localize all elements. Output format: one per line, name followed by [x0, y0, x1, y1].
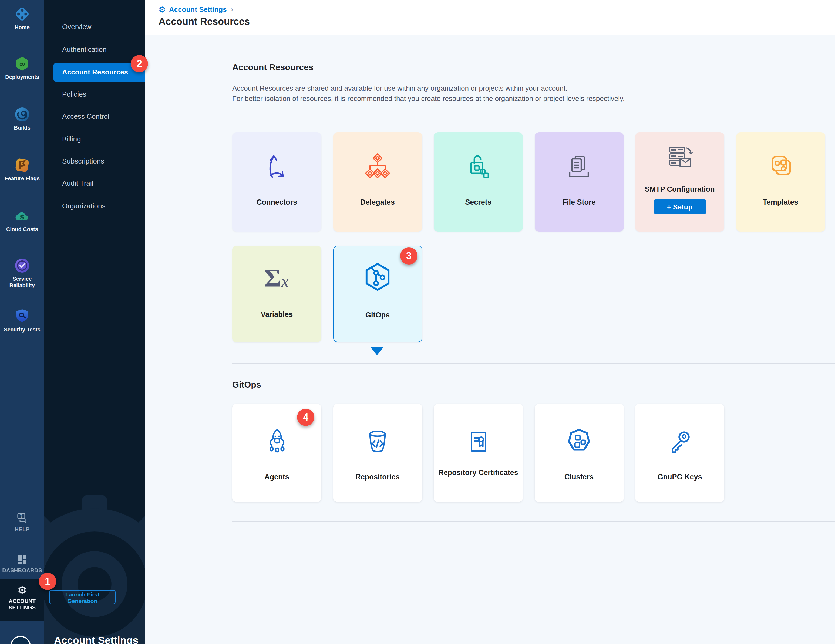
- breadcrumb-separator: ›: [231, 5, 233, 13]
- sidebar-footer-title: Account Settings: [54, 635, 138, 644]
- rail-item-feature-flags[interactable]: Feature Flags: [0, 157, 44, 182]
- card-label: SMTP Configuration: [638, 185, 721, 193]
- templates-icon: [736, 152, 825, 182]
- card-label: Connectors: [236, 198, 318, 206]
- key-icon: [635, 427, 724, 457]
- secrets-lock-icon: [434, 152, 523, 182]
- smtp-server-mail-icon: [635, 143, 724, 173]
- main-content: Account Resources Account Resources are …: [145, 34, 835, 644]
- builds-icon: [13, 106, 31, 123]
- sidebar-item-subscriptions[interactable]: Subscriptions: [44, 152, 145, 170]
- sidebar-item-access-control[interactable]: Access Control: [44, 107, 145, 126]
- svg-text:$: $: [20, 213, 24, 221]
- breadcrumb-link[interactable]: Account Settings: [169, 5, 227, 13]
- gear-icon: ⚙: [0, 584, 44, 596]
- description-line: Account Resources are shared and availab…: [232, 83, 625, 93]
- rail-item-dashboards[interactable]: DASHBOARDS: [0, 554, 44, 574]
- gear-watermark-icon: [44, 495, 145, 644]
- card-label: Repository Certificates: [437, 467, 520, 478]
- description-line: For better isolation of resources, it is…: [232, 93, 625, 104]
- harness-app: Home ∞ Deployments: [0, 0, 835, 644]
- variables-sigma-icon: Σ x: [232, 262, 322, 292]
- rail-item-cloud-costs[interactable]: $ Cloud Costs: [0, 207, 44, 233]
- sidebar-item-billing[interactable]: Billing: [44, 130, 145, 148]
- sidebar-item-audit-trail[interactable]: Audit Trail: [44, 174, 145, 193]
- card-variables[interactable]: Σ x Variables: [232, 246, 322, 342]
- card-label: Variables: [236, 310, 318, 318]
- deployments-icon: ∞: [13, 55, 31, 72]
- feature-flags-icon: [13, 157, 31, 174]
- rail-item-label: Service Reliability: [0, 276, 44, 289]
- rail-item-label: Deployments: [0, 74, 44, 80]
- annotation-badge-4: 4: [297, 409, 314, 426]
- card-label: Agents: [236, 473, 318, 481]
- connectors-icon: [232, 152, 322, 182]
- gitops-pointer-triangle-icon: [370, 347, 384, 355]
- service-reliability-icon: [13, 257, 31, 274]
- sidebar-item-authentication[interactable]: Authentication: [44, 41, 145, 59]
- agents-squid-icon: [232, 427, 322, 457]
- dashboards-icon: [16, 554, 28, 566]
- section-divider: [232, 363, 835, 364]
- card-label: Clusters: [538, 473, 620, 481]
- card-secrets[interactable]: Secrets: [434, 132, 523, 232]
- page-header: ⚙ Account Settings › Account Resources: [145, 0, 835, 34]
- card-label: Secrets: [437, 198, 520, 206]
- rail-item-label: Security Tests: [0, 327, 44, 333]
- svg-text:x: x: [281, 273, 288, 290]
- smtp-setup-button[interactable]: + Setup: [653, 199, 706, 214]
- card-repositories[interactable]: Repositories: [333, 404, 422, 502]
- breadcrumb[interactable]: ⚙ Account Settings ›: [159, 5, 233, 13]
- gear-icon: ⚙: [159, 5, 166, 13]
- gitops-section-title: GitOps: [232, 380, 261, 390]
- card-smtp-configuration[interactable]: SMTP Configuration + Setup: [635, 132, 724, 232]
- rail-item-account-settings[interactable]: ⚙ ACCOUNT SETTINGS: [0, 579, 44, 621]
- module-rail: Home ∞ Deployments: [0, 0, 44, 644]
- rail-item-label: HELP: [0, 526, 44, 533]
- section-title: Account Resources: [232, 63, 314, 72]
- cloud-costs-icon: $: [13, 207, 31, 225]
- rail-item-builds[interactable]: Builds: [0, 106, 44, 131]
- home-icon: [13, 5, 31, 23]
- repositories-bucket-icon: [333, 427, 422, 457]
- rail-item-home[interactable]: Home: [0, 5, 44, 31]
- card-label: Delegates: [336, 198, 419, 206]
- sidebar-item-policies[interactable]: Policies: [44, 85, 145, 104]
- card-connectors[interactable]: Connectors: [232, 132, 322, 232]
- resource-cards-row-1: Connectors Delegates: [232, 132, 825, 232]
- rail-item-label: Home: [0, 24, 44, 31]
- card-gnupg-keys[interactable]: GnuPG Keys: [635, 404, 724, 502]
- card-repository-certificates[interactable]: Repository Certificates: [434, 404, 523, 502]
- svg-text:Σ: Σ: [264, 263, 281, 292]
- page-title: Account Resources: [159, 16, 250, 28]
- card-label: Repositories: [336, 473, 419, 481]
- annotation-badge-3: 3: [400, 247, 418, 264]
- card-label: Templates: [739, 198, 822, 206]
- certificate-icon: [434, 427, 523, 457]
- sidebar-item-organizations[interactable]: Organizations: [44, 197, 145, 215]
- rail-item-help[interactable]: ? HELP: [0, 512, 44, 533]
- rail-item-label: ACCOUNT SETTINGS: [0, 598, 44, 611]
- user-avatar[interactable]: MC: [10, 636, 31, 644]
- resource-cards-row-2: Σ x Variables GitOp: [232, 246, 422, 342]
- rail-item-label: Cloud Costs: [0, 226, 44, 233]
- svg-text:∞: ∞: [19, 59, 25, 68]
- rail-item-security-tests[interactable]: Security Tests: [0, 308, 44, 333]
- rail-item-label: DASHBOARDS: [0, 567, 44, 574]
- rail-item-service-reliability[interactable]: Service Reliability: [0, 257, 44, 289]
- card-file-store[interactable]: File Store: [534, 132, 624, 232]
- card-clusters[interactable]: Clusters: [534, 404, 624, 502]
- card-label: GnuPG Keys: [638, 473, 721, 481]
- rail-item-deployments[interactable]: ∞ Deployments: [0, 55, 44, 80]
- delegates-icon: [333, 152, 422, 182]
- rail-item-label: Feature Flags: [0, 175, 44, 182]
- sidebar-item-overview[interactable]: Overview: [44, 18, 145, 36]
- settings-sidebar: Overview Authentication Account Resource…: [44, 0, 145, 644]
- rail-item-label: Builds: [0, 125, 44, 131]
- card-label: GitOps: [337, 311, 418, 319]
- card-templates[interactable]: Templates: [736, 132, 825, 232]
- gitops-icon: [333, 261, 422, 294]
- launch-first-generation-button[interactable]: Launch First Generation: [49, 590, 115, 604]
- card-delegates[interactable]: Delegates: [333, 132, 422, 232]
- security-tests-icon: [13, 308, 31, 325]
